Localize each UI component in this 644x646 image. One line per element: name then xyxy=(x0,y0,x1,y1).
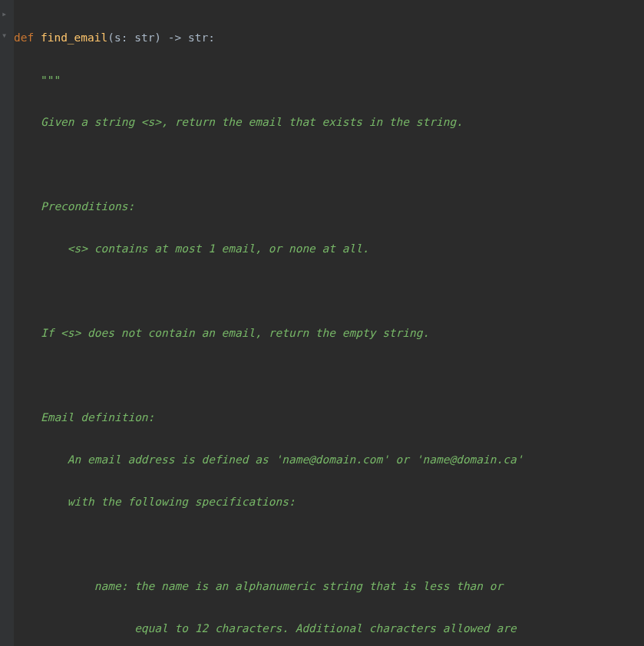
docstring-line: Given a string <s>, return the email tha… xyxy=(14,112,644,133)
docstring-line: An email address is defined as 'name@dom… xyxy=(14,450,644,471)
docstring-line xyxy=(14,534,644,555)
docstring-line: Preconditions: xyxy=(14,196,644,218)
docstring-line: equal to 12 characters. Additional chara… xyxy=(14,618,644,640)
docstring-line xyxy=(14,365,644,387)
code-line: def find_email(s: str) -> str: xyxy=(14,28,644,49)
docstring-line: If <s> does not contain an email, return… xyxy=(14,323,644,344)
docstring-line xyxy=(14,281,644,302)
docstring-line: <s> contains at most 1 email, or none at… xyxy=(14,239,644,260)
docstring-line: Email definition: xyxy=(14,407,644,429)
docstring-line: name: the name is an alphanumeric string… xyxy=(14,576,644,598)
function-name: find_email xyxy=(41,31,107,44)
fold-mark-expanded-icon[interactable]: ▾ xyxy=(2,31,7,40)
editor-gutter: ▸ ▾ xyxy=(0,0,14,646)
docstring-line: with the following specifications: xyxy=(14,492,644,513)
docstring-line xyxy=(14,154,644,176)
code-editor[interactable]: def find_email(s: str) -> str: """ Given… xyxy=(14,6,644,646)
code-line: """ xyxy=(14,70,644,91)
keyword-def: def xyxy=(14,31,34,44)
fold-mark-collapsed-icon[interactable]: ▸ xyxy=(2,9,7,18)
signature-rest: (s: str) -> str: xyxy=(107,31,215,44)
docstring-open: """ xyxy=(41,74,61,86)
